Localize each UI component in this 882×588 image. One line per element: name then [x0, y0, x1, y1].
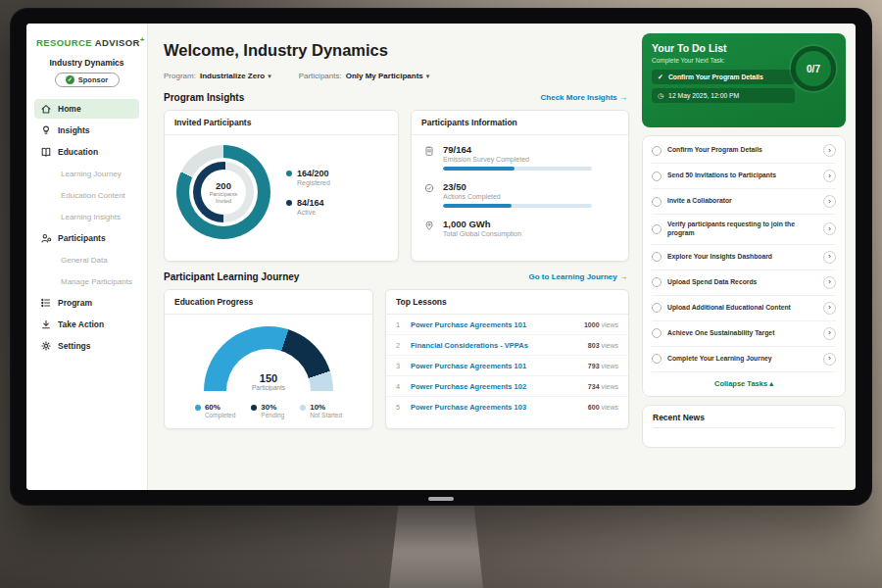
monitor-logo	[428, 497, 454, 501]
go-to-learning-journey-link[interactable]: Go to Learning Journey →	[529, 272, 627, 281]
recent-news-title: Recent News	[653, 413, 835, 428]
card-title: Top Lessons	[386, 290, 628, 315]
sidebar-item-manage-participants[interactable]: Manage Participants	[34, 271, 139, 291]
lesson-views-label: views	[601, 342, 618, 349]
sidebar-item-learning-journey[interactable]: Learning Journey	[34, 164, 139, 183]
checkbox-icon[interactable]	[652, 252, 662, 262]
chevron-right-icon[interactable]: ›	[823, 170, 836, 182]
lesson-link[interactable]: Financial Considerations - VPPAs	[411, 341, 581, 350]
collapse-tasks-button[interactable]: Collapse Tasks ▴	[652, 372, 836, 394]
chevron-right-icon[interactable]: ›	[823, 327, 836, 340]
participants-filter[interactable]: Participants: Only My Participants ▾	[299, 72, 430, 80]
sponsor-badge[interactable]: ✓ Sponsor	[55, 73, 120, 87]
sidebar-item-general-data[interactable]: General Data	[34, 250, 139, 270]
checkbox-icon[interactable]	[652, 197, 662, 207]
checkbox-icon[interactable]	[652, 328, 662, 338]
participants-filter-value: Only My Participants	[346, 72, 423, 80]
checkbox-icon[interactable]	[652, 354, 662, 364]
lesson-link[interactable]: Power Purchase Agreements 102	[411, 382, 581, 391]
clock-icon: ◷	[658, 92, 663, 100]
sidebar-item-label: Learning Insights	[61, 213, 121, 221]
chevron-right-icon[interactable]: ›	[823, 251, 836, 264]
check-circle-icon	[423, 182, 435, 194]
chevron-right-icon[interactable]: ›	[823, 222, 836, 235]
program-filter[interactable]: Program: Industrialize Zero ▾	[164, 72, 271, 80]
sidebar-item-education-content[interactable]: Education Content	[34, 185, 139, 205]
task-invite-collaborator[interactable]: Invite a Collaborator ›	[652, 189, 836, 215]
checkbox-icon[interactable]	[652, 172, 662, 181]
lesson-link[interactable]: Power Purchase Agreements 103	[411, 403, 581, 412]
task-complete-learning-journey[interactable]: Complete Your Learning Journey ›	[652, 347, 836, 372]
task-explore-insights[interactable]: Explore Your Insights Dashboard ›	[652, 245, 836, 270]
pending-label: Pending	[261, 412, 284, 418]
chevron-right-icon[interactable]: ›	[823, 144, 836, 157]
invited-legend: 164/200 Registered 84/164 Active	[286, 169, 330, 216]
legend-item-registered: 164/200 Registered	[286, 169, 330, 186]
section-title: Participant Learning Journey	[164, 271, 299, 282]
education-total: 150	[204, 372, 333, 384]
chevron-right-icon[interactable]: ›	[823, 276, 836, 289]
actions-completed-label: Actions Completed	[443, 193, 592, 200]
lesson-link[interactable]: Power Purchase Agreements 101	[411, 320, 577, 329]
participants-information-card: Participants Information 79/164 Emission…	[411, 110, 629, 262]
task-label: Verify participants requesting to join t…	[667, 220, 817, 238]
sidebar-item-participants[interactable]: Participants	[34, 228, 139, 248]
lesson-views-value: 600	[588, 404, 600, 411]
chevron-right-icon[interactable]: ›	[823, 302, 836, 315]
link-label: Go to Learning Journey	[529, 272, 617, 281]
lesson-views-value: 1000	[584, 321, 600, 328]
insights-cards-row: Invited Participants 200 Participants In…	[164, 110, 629, 262]
task-verify-participants[interactable]: Verify participants requesting to join t…	[652, 215, 836, 245]
sidebar-item-program[interactable]: Program	[34, 293, 139, 313]
lesson-row: 3 Power Purchase Agreements 101 793 view…	[386, 356, 628, 376]
check-more-insights-link[interactable]: Check More Insights →	[541, 93, 627, 102]
sidebar-item-home[interactable]: Home	[34, 99, 139, 119]
chevron-right-icon[interactable]: ›	[823, 195, 836, 208]
task-achieve-target[interactable]: Achieve One Sustainability Target ›	[652, 321, 836, 347]
learning-journey-header: Participant Learning Journey Go to Learn…	[164, 271, 627, 282]
task-upload-educational-content[interactable]: Upload Additional Educational Content ›	[652, 296, 836, 321]
actions-completed-progressbar	[443, 204, 592, 208]
legend-item-pending: 30% Pending	[251, 403, 284, 418]
checkbox-icon[interactable]	[652, 146, 662, 156]
sidebar-item-learning-insights[interactable]: Learning Insights	[34, 207, 139, 226]
chevron-right-icon[interactable]: ›	[823, 353, 836, 366]
sidebar-item-insights[interactable]: Insights	[34, 121, 139, 140]
lesson-rank: 2	[396, 341, 404, 350]
program-filter-value: Industrialize Zero	[200, 72, 265, 80]
completed-dot	[195, 405, 201, 411]
sponsor-label: Sponsor	[78, 75, 108, 84]
education-total-label: Participants	[204, 384, 333, 391]
sidebar-item-label: Education Content	[61, 191, 125, 200]
monitor-bezel: RESOURCE ADVISOR+ Industry Dynamics ✓ Sp…	[10, 8, 872, 506]
chevron-down-icon: ▾	[268, 73, 271, 80]
sidebar-item-label: Settings	[58, 341, 91, 351]
lesson-row: 2 Financial Considerations - VPPAs 803 v…	[386, 335, 628, 356]
sidebar-item-take-action[interactable]: Take Action	[34, 315, 139, 334]
todo-tasks-card: Confirm Your Program Details › Send 50 I…	[642, 135, 846, 397]
next-task-pill[interactable]: ✓ Confirm Your Program Details	[652, 70, 795, 84]
task-label: Explore Your Insights Dashboard	[667, 253, 817, 262]
lesson-row: 4 Power Purchase Agreements 102 734 view…	[386, 376, 628, 397]
donut-gap: 200 Participants Invited	[189, 158, 258, 226]
checkbox-icon[interactable]	[652, 224, 662, 234]
checkbox-icon[interactable]	[652, 303, 662, 313]
task-send-invitations[interactable]: Send 50 Invitations to Participants ›	[652, 164, 836, 189]
sidebar-item-settings[interactable]: Settings	[34, 336, 139, 356]
gauge-center: 150 Participants	[204, 372, 333, 391]
task-upload-spend-data[interactable]: Upload Spend Data Records ›	[652, 270, 836, 296]
consumption-label: Total Global Consumption	[443, 230, 521, 237]
task-confirm-program[interactable]: Confirm Your Program Details ›	[652, 138, 836, 164]
lesson-link[interactable]: Power Purchase Agreements 101	[411, 362, 581, 370]
checkbox-icon[interactable]	[652, 277, 662, 287]
task-label: Complete Your Learning Journey	[667, 355, 817, 364]
sidebar-item-education[interactable]: Education	[34, 142, 139, 162]
not-started-label: Not Started	[310, 412, 342, 418]
emission-survey-progressbar	[443, 167, 592, 171]
education-progress-card: Education Progress 150 Participants 60% …	[164, 289, 373, 429]
education-gauge: 150 Participants	[204, 326, 333, 391]
active-value: 84/164	[297, 198, 324, 208]
section-title: Program Insights	[164, 92, 244, 103]
lesson-row: 1 Power Purchase Agreements 101 1000 vie…	[386, 315, 628, 335]
emission-survey-row: 79/164 Emission Survey Completed	[423, 144, 616, 171]
